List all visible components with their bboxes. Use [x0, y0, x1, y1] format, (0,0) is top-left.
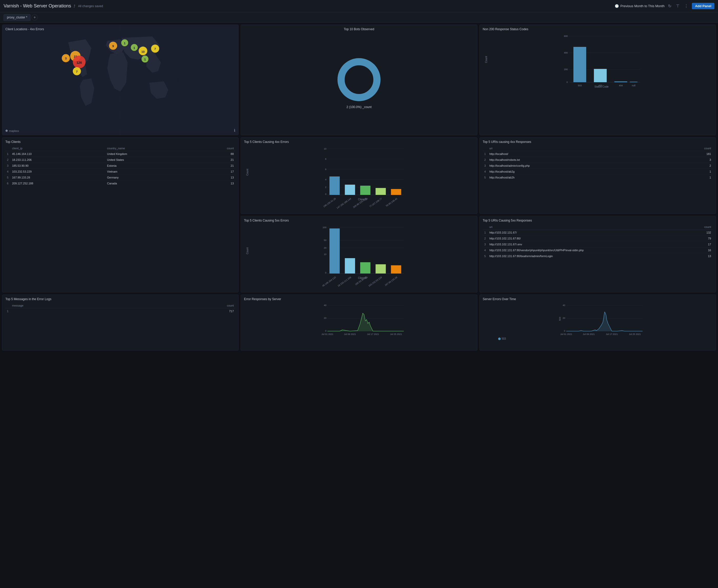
svg-text:503: 503	[558, 317, 561, 321]
table-row: 1http://localhost/181	[483, 151, 713, 157]
svg-text:400: 400	[564, 51, 568, 54]
non-200-x-label: Status Code	[490, 85, 713, 88]
svg-text:6: 6	[325, 168, 326, 171]
svg-text:20: 20	[562, 317, 565, 319]
svg-text:4: 4	[325, 178, 326, 181]
col-country-header: country_name	[106, 146, 196, 151]
col-num-header	[5, 303, 11, 308]
svg-rect-74	[360, 262, 371, 274]
svg-point-24	[348, 69, 370, 90]
error-log-row: 1 717	[5, 308, 235, 314]
top-clients-4xx-panel: Top 5 Clients Causing 4xx Errors 10 8 6 …	[241, 137, 477, 214]
table-row: 4103.232.53.229Vietnam17	[5, 169, 235, 175]
add-tab-button[interactable]: +	[32, 14, 38, 20]
header: Varnish - Web Server Operations ⤴ All ch…	[0, 0, 718, 12]
tab-label: proxy_cluster *	[7, 16, 27, 19]
svg-text:Jul 25 2021: Jul 25 2021	[629, 333, 641, 335]
svg-rect-75	[376, 264, 386, 274]
table-row: 6209.127.252.188Canada13	[5, 181, 235, 186]
svg-text:Jul 01 2021: Jul 01 2021	[560, 333, 572, 335]
donut-label: 2 (100.0%) _count	[346, 105, 372, 109]
svg-text:10: 10	[324, 148, 326, 150]
add-panel-button[interactable]: Add Panel	[692, 3, 714, 9]
svg-text:Jul 01 2021: Jul 01 2021	[322, 333, 334, 335]
refresh-button[interactable]: ↻	[667, 3, 672, 9]
table-row: 2http://localhost/robots.txt3	[483, 157, 713, 163]
col-num-header	[5, 146, 11, 151]
col-msg-header: message	[11, 303, 144, 308]
svg-text:600: 600	[564, 35, 568, 37]
header-left: Varnish - Web Server Operations ⤴ All ch…	[4, 3, 103, 9]
svg-text:20: 20	[324, 317, 326, 319]
svg-marker-100	[566, 312, 642, 331]
map-title: Client Locations - 4xx Errors	[5, 27, 44, 31]
top-uris-4xx-table: uri count 1http://localhost/1812http://l…	[483, 146, 713, 180]
share-icon[interactable]: ⤴	[74, 4, 75, 8]
svg-rect-36	[630, 82, 637, 82]
donut-container: 2 (100.0%) _count	[336, 33, 382, 132]
svg-text:1: 1	[124, 42, 125, 45]
mapbox-branding: ⬟ mapbox	[5, 129, 19, 132]
svg-text:Jul 09 2021: Jul 09 2021	[583, 333, 595, 335]
top-clients-5xx-y-label: Count	[246, 247, 249, 254]
top-bots-title: Top 10 Bots Observed	[344, 27, 374, 31]
top-uris-4xx-title: Top 5 URIs causing 4xx Responses	[483, 140, 713, 144]
col-ip-header: client_ip	[11, 146, 106, 151]
map-background: Client Locations - 4xx Errors	[2, 25, 238, 135]
top-clients-5xx-x-label: Client IP	[252, 277, 474, 279]
svg-text:0: 0	[564, 330, 565, 332]
svg-text:0: 0	[325, 193, 326, 195]
tab-proxy-cluster[interactable]: proxy_cluster *	[4, 14, 30, 21]
svg-text:40: 40	[562, 304, 565, 307]
more-options-button[interactable]: ⋮	[683, 3, 689, 9]
top-clients-5xx-panel: Top 5 Clients Causing 5xx Errors 100 50 …	[241, 216, 477, 292]
svg-text:Jul 25 2021: Jul 25 2021	[390, 333, 402, 335]
top-clients-4xx-chart: 10 8 6 4 2 0	[252, 146, 474, 197]
clock-icon: 🕐	[615, 4, 619, 8]
svg-text:50: 50	[324, 239, 326, 241]
donut-chart	[336, 57, 382, 103]
tab-bar: proxy_cluster * +	[0, 12, 718, 23]
svg-text:0: 0	[566, 81, 568, 83]
table-row: 4http://103.102.131.67:80/vendor/phpunit…	[483, 247, 713, 253]
time-range-picker[interactable]: 🕐 Previous Month to This Month	[615, 4, 664, 8]
table-row: 2http://103.102.131.67:80/79	[483, 236, 713, 241]
svg-rect-35	[614, 81, 627, 82]
error-logs-table: message count 1 717	[5, 303, 235, 314]
page-title: Varnish - Web Server Operations	[4, 3, 71, 9]
table-row: 1http://103.102.131.67/132	[483, 230, 713, 236]
top-uris-5xx-panel: Top 5 URIs Causing 5xx Responses uri cou…	[479, 216, 716, 292]
svg-text:404: 404	[619, 84, 623, 87]
map-panel: Client Locations - 4xx Errors	[2, 25, 239, 135]
server-errors-time-panel: Server Errors Over Time 40 20 0 503 Jul …	[479, 295, 716, 351]
filter-button[interactable]: ⊤	[675, 3, 681, 9]
svg-text:7: 7	[76, 70, 78, 73]
table-row: 5167.99.133.28Germany13	[5, 175, 235, 181]
svg-text:0: 0	[325, 330, 326, 332]
table-row: 4http://localhost/ab2g1	[483, 169, 713, 175]
mapbox-logo: ⬟	[5, 129, 8, 132]
col-count-header: count	[144, 303, 235, 308]
svg-rect-57	[391, 189, 401, 195]
main-grid: Client Locations - 4xx Errors	[0, 23, 718, 353]
svg-text:9: 9	[112, 45, 114, 48]
map-info-button[interactable]: ℹ	[234, 128, 235, 132]
svg-rect-76	[391, 265, 401, 274]
top-clients-4xx-title: Top 5 Clients Causing 4xx Errors	[244, 140, 474, 144]
svg-rect-73	[345, 258, 355, 274]
svg-text:Jul 17 2021: Jul 17 2021	[606, 333, 618, 335]
svg-text:7: 7	[154, 47, 156, 50]
svg-text:8: 8	[325, 158, 326, 160]
table-row: 3http://103.102.131.67/.env17	[483, 241, 713, 247]
top-uris-5xx-title: Top 5 URIs Causing 5xx Responses	[483, 219, 713, 222]
svg-text:126: 126	[77, 61, 82, 65]
svg-rect-55	[360, 186, 371, 195]
legend-503-dot	[498, 338, 501, 340]
server-errors-time-title: Server Errors Over Time	[483, 297, 713, 301]
legend-503-label: 503	[502, 337, 506, 340]
error-by-server-title: Error Responses by Server	[244, 297, 474, 301]
svg-text:Jul 09 2021: Jul 09 2021	[344, 333, 356, 335]
table-row: 5http://103.102.131.67:80/boaform/admin/…	[483, 253, 713, 259]
non-200-panel: Non 200 Response Status Codes 600 400 20…	[479, 25, 716, 135]
svg-text:0: 0	[325, 271, 326, 274]
